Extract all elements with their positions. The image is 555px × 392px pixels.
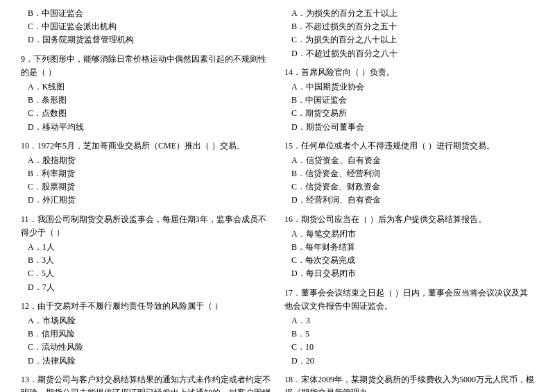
- question-9-block: 9．下列图形中，能够消除日常价格运动中偶然因素引起的不规则性的是（ ） A．K线…: [21, 53, 271, 134]
- q14-option-d: D．期货公司董事会: [284, 121, 534, 134]
- option-c-sunshi-80-above: C．为损失的百分之八十以上: [284, 33, 534, 46]
- question-16-block: 16．期货公司应当在（ ）后为客户提供交易结算报告。 A．每笔交易闭市 B．每年…: [284, 213, 534, 281]
- q10-option-d: D．外汇期货: [21, 194, 271, 207]
- q14-option-a: A．中国期货业协会: [284, 80, 534, 94]
- question-11-block: 11．我国公司制期货交易所设监事会，每届任期3年，监事会成员不得少于（ ） A．…: [21, 213, 271, 294]
- page-content: B．中国证监会 C．中国证监会派出机构 D．国务院期货监督管理机构 9．下列图形…: [21, 7, 534, 392]
- right-column: A．为损失的百分之五十以上 B．不超过损失的百分之五十 C．为损失的百分之八十以…: [284, 7, 534, 392]
- question-12-text: 12．由于交易对手不履行履约责任导致的风险属于（ ）: [21, 300, 271, 313]
- q11-option-a: A．1人: [21, 241, 271, 254]
- question-14-text: 14．首席风险官向（ ）负责。: [284, 66, 534, 79]
- q9-option-a: A．K线图: [21, 80, 271, 94]
- q11-option-d: D．7人: [21, 281, 271, 294]
- question-block-prev-right-options: A．为损失的百分之五十以上 B．不超过损失的百分之五十 C．为损失的百分之八十以…: [284, 7, 534, 60]
- q14-option-c: C．期货交易所: [284, 107, 534, 120]
- q17-option-a: A．3: [284, 314, 534, 327]
- q9-option-c: C．点数图: [21, 107, 271, 120]
- question-11-text: 11．我国公司制期货交易所设监事会，每届任期3年，监事会成员不得少于（ ）: [21, 213, 271, 239]
- question-12-block: 12．由于交易对手不履行履约责任导致的风险属于（ ） A．市场风险 B．信用风险…: [21, 300, 271, 368]
- q11-option-b: B．3人: [21, 254, 271, 267]
- question-15-block: 15．任何单位或者个人不得违规使用（ ）进行期货交易。 A．信贷资金、自有资金 …: [284, 139, 534, 207]
- q15-option-d: D．经营利润、自有资金: [284, 194, 534, 207]
- two-column-layout: B．中国证监会 C．中国证监会派出机构 D．国务院期货监督管理机构 9．下列图形…: [21, 7, 534, 392]
- question-16-text: 16．期货公司应当在（ ）后为客户提供交易结算报告。: [284, 213, 534, 226]
- question-block-prev-options: B．中国证监会 C．中国证监会派出机构 D．国务院期货监督管理机构: [21, 7, 271, 47]
- q12-option-a: A．市场风险: [21, 314, 271, 327]
- question-18-text: 18．宋体2009年，某期货交易所的手续费收入为5000万元人民币，根据《期货交…: [284, 373, 534, 392]
- q12-option-d: D．法律风险: [21, 355, 271, 368]
- option-b-budchaoguo-50: B．不超过损失的百分之五十: [284, 20, 534, 33]
- question-13-text: 13．期货公司与客户对交易结算结果的通知方式未作约定或者约定不明确，期货公司未能…: [21, 373, 271, 392]
- option-c-zhongguo-paichu: C．中国证监会派出机构: [21, 20, 271, 33]
- q15-option-c: C．信贷资金、财政资金: [284, 180, 534, 194]
- q10-option-a: A．股指期货: [21, 154, 271, 167]
- q16-option-d: D．每日交易闭市: [284, 267, 534, 280]
- question-14-block: 14．首席风险官向（ ）负责。 A．中国期货业协会 B．中国证监会 C．期货交易…: [284, 66, 534, 134]
- question-18-block: 18．宋体2009年，某期货交易所的手续费收入为5000万元人民币，根据《期货交…: [284, 373, 534, 392]
- option-d-budchaoguo-80: D．不超过损失的百分之八十: [284, 47, 534, 60]
- question-9-text: 9．下列图形中，能够消除日常价格运动中偶然因素引起的不规则性的是（ ）: [21, 53, 271, 79]
- q17-option-d: D．20: [284, 355, 534, 368]
- q12-option-c: C．流动性风险: [21, 341, 271, 354]
- question-13-block: 13．期货公司与客户对交易结算结果的通知方式未作约定或者约定不明确，期货公司未能…: [21, 373, 271, 392]
- q9-option-b: B．条形图: [21, 94, 271, 107]
- question-17-text: 17．董事会会议结束之日起（ ）日内，董事会应当将会议决议及其他会议文件报告中国…: [284, 287, 534, 313]
- q11-option-c: C．5人: [21, 267, 271, 280]
- q9-option-d: D．移动平均线: [21, 121, 271, 134]
- question-15-text: 15．任何单位或者个人不得违规使用（ ）进行期货交易。: [284, 139, 534, 153]
- q15-option-a: A．信贷资金、自有资金: [284, 154, 534, 167]
- q17-option-b: B．5: [284, 327, 534, 341]
- q10-option-c: C．股票期货: [21, 180, 271, 194]
- q14-option-b: B．中国证监会: [284, 94, 534, 107]
- q16-option-a: A．每笔交易闭市: [284, 228, 534, 241]
- q15-option-b: B．信贷资金、经营利润: [284, 167, 534, 180]
- option-a-sunshi-50-above: A．为损失的百分之五十以上: [284, 7, 534, 20]
- option-b-zhongguo-jiandu: B．中国证监会: [21, 7, 271, 20]
- question-17-block: 17．董事会会议结束之日起（ ）日内，董事会应当将会议决议及其他会议文件报告中国…: [284, 287, 534, 368]
- left-column: B．中国证监会 C．中国证监会派出机构 D．国务院期货监督管理机构 9．下列图形…: [21, 7, 271, 392]
- q17-option-c: C．10: [284, 341, 534, 354]
- q10-option-b: B．利率期货: [21, 167, 271, 180]
- q12-option-b: B．信用风险: [21, 327, 271, 341]
- q16-option-b: B．每年财务结算: [284, 241, 534, 254]
- option-d-guowuyuan: D．国务院期货监督管理机构: [21, 33, 271, 46]
- question-10-text: 10．1972年5月，芝加哥商业交易所（CME）推出（ ）交易。: [21, 139, 271, 153]
- q16-option-c: C．每次交易完成: [284, 254, 534, 267]
- question-10-block: 10．1972年5月，芝加哥商业交易所（CME）推出（ ）交易。 A．股指期货 …: [21, 139, 271, 207]
